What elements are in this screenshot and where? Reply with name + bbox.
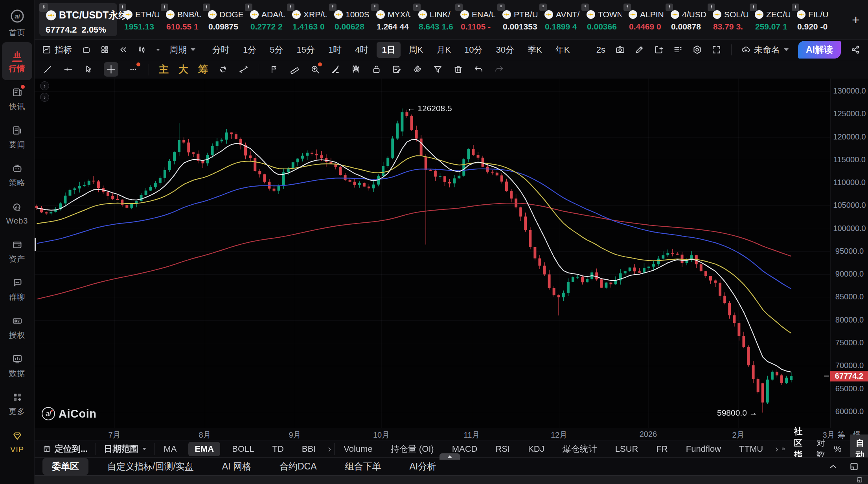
timeframe-10分[interactable]: 10分 <box>459 42 487 58</box>
ma-tab-TD[interactable]: TD <box>266 442 290 456</box>
bottom-tab-合约DCA[interactable]: 合约DCA <box>270 458 326 475</box>
ticker-item[interactable]: 1000S0.00628 <box>329 4 371 36</box>
ticker-item[interactable]: ADA/U0.2772 2 <box>245 4 287 36</box>
collapse-icon[interactable] <box>828 461 839 472</box>
study-tab-爆仓统计[interactable]: 爆仓统计 <box>556 441 603 457</box>
edit-pencil-icon[interactable] <box>634 44 645 55</box>
redo-icon[interactable] <box>494 64 504 75</box>
percent-scale-toggle[interactable]: % <box>834 444 842 454</box>
ticker-item[interactable]: TOWN/0.00366 <box>581 4 623 36</box>
candlestick-chart[interactable] <box>35 79 830 428</box>
cycle-arrows-icon[interactable] <box>218 64 228 75</box>
ticker-main-btc[interactable]: BTC/USDT永续 67774.22.05% <box>39 3 117 36</box>
ticker-item[interactable]: FIL/U0.920 -0 <box>792 4 833 36</box>
study-tab-LSUR[interactable]: LSUR <box>609 442 645 456</box>
bottom-tab-AI 网格[interactable]: AI 网格 <box>213 458 261 475</box>
bottom-tab-组合下单[interactable]: 组合下单 <box>335 458 390 475</box>
ticker-item[interactable]: BNB/U610.55 1 <box>161 4 202 36</box>
zoom-plus-icon[interactable] <box>310 64 320 75</box>
ticker-item[interactable]: AVNT/0.1899 4 <box>539 4 581 36</box>
more-dots-icon[interactable] <box>128 64 139 75</box>
camera-icon[interactable] <box>615 44 625 55</box>
bottom-tab-委单区[interactable]: 委单区 <box>42 458 88 475</box>
trash-icon[interactable] <box>453 64 463 75</box>
date-range-dropdown[interactable]: 日期范围 <box>96 440 154 458</box>
sidebar-item-group-chat[interactable]: 群聊 <box>0 271 34 309</box>
timeframe-1时[interactable]: 1时 <box>323 42 347 58</box>
draw-tool-筹[interactable]: 筹 <box>198 63 208 76</box>
more-studies-chevron[interactable]: › <box>772 444 782 455</box>
sidebar-item-more[interactable]: 更多 <box>0 385 34 423</box>
timeframe-分时[interactable]: 分时 <box>207 42 235 58</box>
timeframe-季K[interactable]: 季K <box>522 42 547 58</box>
watchlist-box-icon[interactable] <box>81 45 91 55</box>
note-edit-icon[interactable] <box>392 64 402 75</box>
fullscreen-icon[interactable] <box>711 44 722 55</box>
timeframe-30分[interactable]: 30分 <box>491 42 519 58</box>
ticker-item[interactable]: PTB/U0.001353 <box>497 4 539 36</box>
timeframe-周K[interactable]: 周K <box>404 42 428 58</box>
ticker-item[interactable]: ENA/U0.1105 - <box>455 4 497 36</box>
sidebar-item-data[interactable]: 数据 <box>0 347 34 385</box>
ticker-item[interactable]: ETH/U1951.13 <box>119 4 160 36</box>
timeframe-月K[interactable]: 月K <box>431 42 456 58</box>
ma-tab-MA[interactable]: MA <box>157 442 183 456</box>
expand-panel-chevron[interactable]: › <box>40 81 49 90</box>
restore-panel-icon[interactable] <box>856 476 863 484</box>
timeframe-1分[interactable]: 1分 <box>238 42 261 58</box>
time-axis-label[interactable]: 9月 <box>281 430 309 440</box>
study-tab-TTMU[interactable]: TTMU <box>733 442 769 456</box>
study-tab-Volume[interactable]: Volume <box>337 442 379 456</box>
study-tab-RSI[interactable]: RSI <box>489 442 516 456</box>
ruler-icon[interactable] <box>289 64 300 75</box>
sidebar-item-assets[interactable]: 资产 <box>0 233 34 271</box>
trend-arrows-icon[interactable] <box>238 64 249 75</box>
refresh-interval[interactable]: 2s <box>596 45 605 55</box>
sidebar-item-web3[interactable]: Web3 <box>0 194 34 233</box>
study-tab-持仓量 (OI)[interactable]: 持仓量 (OI) <box>384 441 440 457</box>
replay-rewind-icon[interactable] <box>118 45 128 55</box>
more-ma-chevron[interactable]: › <box>325 444 334 455</box>
funnel-filter-icon[interactable] <box>432 64 443 75</box>
study-tab-FR[interactable]: FR <box>650 442 674 456</box>
ma-tab-BOLL[interactable]: BOLL <box>226 442 260 456</box>
lock-open-icon[interactable] <box>371 64 382 75</box>
sidebar-item-strategy[interactable]: 策略 <box>0 156 34 194</box>
layout-grid-icon[interactable] <box>100 45 110 55</box>
period-dropdown[interactable]: 周期 <box>169 44 195 56</box>
collapse-panel-tab[interactable] <box>440 453 460 460</box>
list-settings-icon[interactable] <box>673 44 683 55</box>
cursor-arrow-icon[interactable] <box>83 64 94 75</box>
time-axis-label[interactable]: 10月 <box>368 430 395 440</box>
expand-panel-chevron[interactable]: › <box>40 93 49 102</box>
sidebar-item-flash-news[interactable]: 快讯 <box>0 80 34 118</box>
magnet-icon[interactable] <box>412 64 423 75</box>
candle-style-icon[interactable] <box>137 45 147 55</box>
ticker-item[interactable]: XRP/U1.4163 0 <box>287 4 329 36</box>
ticker-item[interactable]: LINK/8.643 1.6 <box>413 4 455 36</box>
ma-tab-BBI[interactable]: BBI <box>296 442 322 456</box>
sidebar-item-authorization[interactable]: 授权 <box>0 309 34 347</box>
time-axis-label[interactable]: 12月 <box>545 430 573 440</box>
study-tab-KDJ[interactable]: KDJ <box>522 442 551 456</box>
add-ticker-button[interactable]: + <box>847 11 865 29</box>
save-layout-dropdown[interactable]: 未命名 <box>741 44 789 56</box>
timeframe-年K[interactable]: 年K <box>550 42 575 58</box>
time-axis-label[interactable]: 2026 <box>634 430 662 439</box>
draw-tool-主[interactable]: 主 <box>159 63 169 76</box>
signature-pen-icon[interactable] <box>330 64 341 75</box>
time-axis-label[interactable]: 2月 <box>725 430 752 440</box>
time-axis-label[interactable]: 8月 <box>191 430 219 440</box>
share-icon[interactable] <box>850 44 861 55</box>
sidebar-item-markets[interactable]: 行情 <box>2 42 32 80</box>
trend-line-icon[interactable] <box>42 64 53 75</box>
timeframe-4时[interactable]: 4时 <box>350 42 373 58</box>
study-tab-Fundflow[interactable]: Fundflow <box>680 442 727 456</box>
sidebar-item-home[interactable]: ai首页 <box>0 4 34 42</box>
ticker-item[interactable]: ZEC/U259.07 1 <box>750 4 791 36</box>
time-axis[interactable]: 7月8月9月10月11月12月20262月3月筹爆 <box>35 428 868 440</box>
ticker-item[interactable]: MYX/U1.264 44 <box>371 4 413 36</box>
indicator-button[interactable]: 指标 <box>42 44 72 56</box>
bottom-tab-AI分析[interactable]: AI分析 <box>400 458 445 475</box>
settings-hex-icon[interactable] <box>692 44 702 55</box>
